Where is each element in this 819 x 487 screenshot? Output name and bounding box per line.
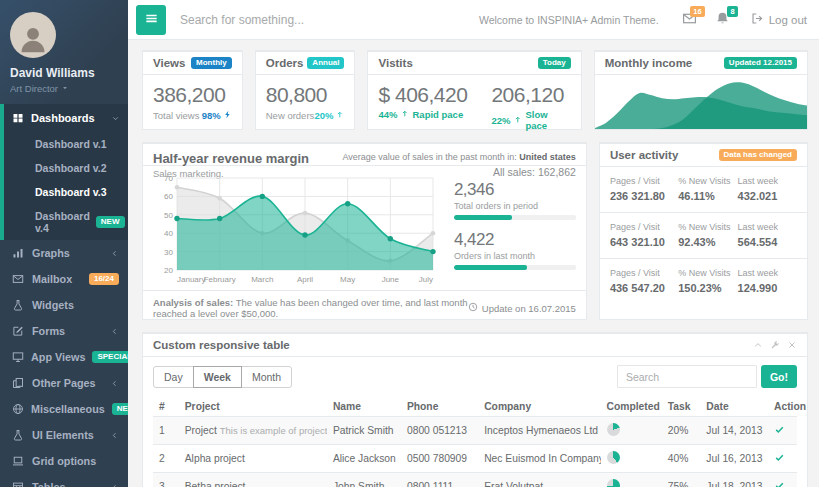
user-role-dropdown[interactable]: Art Director (10, 83, 118, 94)
profile-block: David Williams Art Director (0, 0, 128, 104)
chevron-left-icon (110, 483, 119, 487)
messages-button[interactable]: 16 (682, 11, 697, 28)
updated-badge: Updated 12.2015 (724, 57, 797, 69)
col-header: Phone (401, 397, 478, 417)
analysis-text: Analysis of sales: The value has been ch… (153, 297, 468, 319)
desktop-icon (12, 351, 24, 363)
sidebar-item-dashboard-v1[interactable]: Dashboard v.1 (4, 132, 128, 156)
sidebar-item-dashboard-v3[interactable]: Dashboard v.3 (4, 180, 128, 204)
range-button-month[interactable]: Month (241, 366, 292, 388)
check-icon[interactable] (774, 480, 785, 487)
new-badge: NEW (96, 216, 125, 228)
completed-pie (607, 423, 620, 436)
col-header: Completed (601, 397, 662, 417)
sidebar-item-dashboard-v4[interactable]: Dashboard v.4 NEW (4, 204, 128, 240)
views-panel: Views Monthly 386,200 Total views 98% (142, 50, 243, 130)
sidebar-item-grid-options[interactable]: Grid options (0, 448, 128, 474)
svg-text:March: March (251, 275, 273, 284)
search-input[interactable] (180, 13, 479, 27)
update-date: Update on 16.07.2015 (468, 302, 576, 314)
svg-text:50: 50 (164, 211, 173, 220)
bars-icon (144, 11, 159, 29)
chevron-left-icon (110, 249, 119, 258)
range-button-week[interactable]: Week (193, 366, 242, 388)
svg-text:May: May (340, 275, 355, 284)
orders-percent: 20% (314, 110, 344, 121)
sidebar-item-graphs[interactable]: Graphs (0, 240, 128, 266)
views-percent: 98% (202, 110, 232, 121)
today-badge: Today (538, 57, 571, 69)
sidebar-item-miscellaneous[interactable]: Miscellaneous NEW (0, 396, 128, 422)
annual-badge: Annual (307, 57, 344, 69)
svg-text:July: July (419, 275, 433, 284)
col-header: Task (662, 397, 701, 417)
bolt-icon (223, 110, 232, 121)
sidebar-item-tables[interactable]: Tables (0, 474, 128, 487)
orders-value: 80,800 (266, 83, 345, 107)
inspinia-dashboard: David Williams Art Director Dashboards D… (0, 0, 819, 487)
visits-stat: 206,120 22%Slow pace (491, 83, 570, 121)
th-large-icon (12, 112, 25, 124)
user-name: David Williams (10, 66, 118, 80)
sidebar-item-dashboard-v2[interactable]: Dashboard v.2 (4, 156, 128, 180)
level-up-icon (400, 109, 409, 120)
clock-icon (468, 302, 478, 314)
copy-icon (12, 377, 25, 389)
table-row: 1 Project This is example of project Pat… (153, 417, 797, 445)
table-icon (12, 481, 25, 487)
chevron-left-icon (110, 379, 119, 388)
sidebar-item-forms[interactable]: Forms (0, 318, 128, 344)
pencil-icon (12, 325, 25, 337)
welcome-text: Welcome to INSPINIA+ Admin Theme. (479, 14, 659, 26)
person-icon (16, 22, 50, 58)
alerts-count-badge: 8 (727, 6, 737, 17)
sidebar-item-dashboards[interactable]: Dashboards (4, 104, 128, 132)
level-up-icon (335, 110, 344, 121)
table-search-input[interactable] (617, 365, 757, 388)
sidebar-item-app-views[interactable]: App Views SPECIAL (0, 344, 128, 370)
progress-bar (454, 215, 576, 220)
sidebar-item-ui-elements[interactable]: UI Elements (0, 422, 128, 448)
sidebar-item-other-pages[interactable]: Other Pages (0, 370, 128, 396)
range-button-group: Day Week Month (153, 366, 292, 388)
check-icon[interactable] (774, 452, 785, 463)
settings-button[interactable] (770, 340, 780, 350)
go-button[interactable]: Go! (761, 365, 797, 388)
close-panel-button[interactable] (787, 340, 797, 350)
col-header: Company (478, 397, 600, 417)
panel-title: User activity (610, 149, 678, 161)
chevron-left-icon (110, 327, 119, 336)
range-button-day[interactable]: Day (153, 366, 194, 388)
panel-title: Half-year revenue margin (153, 151, 309, 166)
new-badge: NEW (112, 403, 128, 415)
projects-table: # Project Name Phone Company Completed T… (153, 397, 797, 487)
topbar: Welcome to INSPINIA+ Admin Theme. 16 8 L… (128, 0, 819, 40)
logout-button[interactable]: Log out (751, 12, 807, 27)
data-changed-badge: Data has changed (719, 149, 797, 161)
avatar (10, 12, 56, 58)
sidebar-item-widgets[interactable]: Widgets (0, 292, 128, 318)
svg-text:30: 30 (164, 248, 173, 257)
minimize-sidebar-button[interactable] (136, 5, 166, 35)
messages-count-badge: 16 (690, 6, 704, 17)
revenue-stats: 2,346 Total orders in period 4,422 Order… (454, 172, 576, 286)
caret-down-icon (61, 83, 69, 94)
bar-chart-icon (12, 247, 25, 259)
svg-text:60: 60 (164, 192, 173, 201)
mailbox-badge: 16/24 (89, 273, 119, 285)
flask-icon (12, 299, 25, 311)
revenue-margin-panel: Half-year revenue margin Sales marketing… (142, 142, 587, 320)
chevron-left-icon (110, 431, 119, 440)
progress-bar (454, 265, 576, 270)
col-header: Date (700, 397, 768, 417)
panel-title: Orders (266, 57, 304, 69)
completed-pie (607, 479, 620, 487)
sidebar-item-mailbox[interactable]: Mailbox 16/24 (0, 266, 128, 292)
check-icon[interactable] (774, 424, 785, 435)
user-activity-panel: User activity Data has changed Pages / V… (599, 142, 808, 320)
svg-text:January: January (177, 275, 205, 284)
collapse-button[interactable] (753, 340, 763, 350)
panel-title: Vistits (378, 57, 412, 69)
notifications-button[interactable]: 8 (715, 11, 730, 28)
revenue-margin-chart: 203040506070JanuaryFebruaryMarchAprilMay… (153, 172, 440, 286)
